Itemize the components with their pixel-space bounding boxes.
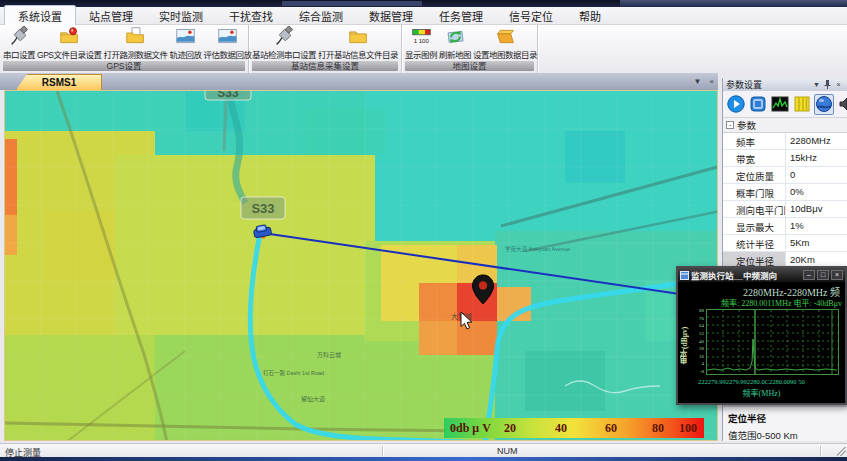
window-icon: [680, 271, 689, 280]
map-folder-icon: [495, 26, 516, 47]
legend-colorbar-icon: 1 100: [411, 26, 432, 47]
param-group-row[interactable]: - 参数: [723, 118, 847, 133]
open-basestation-directory-button[interactable]: 打开基站信息文件目录: [317, 26, 399, 60]
stop-icon: [749, 95, 767, 113]
description-text: 值范围0-500 Km: [728, 428, 842, 442]
track-playback-button[interactable]: 轨迹回放: [168, 26, 202, 60]
map-view-button[interactable]: [814, 94, 834, 115]
parameters-panel-header[interactable]: 参数设置 ▼ ×: [723, 78, 847, 91]
evaluation-photo-icon: [217, 26, 238, 47]
legend-unit-label: 0db μ V: [450, 421, 491, 436]
menu-item-realtime-monitor[interactable]: 实时监测: [146, 6, 216, 26]
speaker-icon: [837, 95, 847, 113]
menu-item-integrated-monitor[interactable]: 综合监测: [286, 6, 356, 26]
param-row-df-level-threshold[interactable]: 测向电平门限10dBμv: [723, 201, 847, 218]
tab-list-dropdown-icon[interactable]: ▼: [691, 76, 704, 88]
y-axis-label: 电平(dBμv): [679, 314, 690, 376]
tab-close-icon[interactable]: ×: [705, 76, 718, 88]
ribbon-group-map: 1 100 显示图例 刷新地图 设置地图数据目录 地图设置: [402, 25, 538, 73]
ribbon-toolbar: 串口设置 GPS文件目录设置 打开路测数据文件 轨迹回放 评估数据回放: [0, 25, 847, 73]
ribbon-group-gps: 串口设置 GPS文件目录设置 打开路测数据文件 轨迹回放 评估数据回放: [0, 25, 249, 73]
panel-dropdown-icon[interactable]: ▼: [811, 81, 822, 88]
parameters-toolbar: [723, 91, 847, 118]
panel-pin-icon[interactable]: [822, 80, 833, 90]
map-view[interactable]: 大学城 万科云城 打石一路 Dashi 1st Road 留仙大道 学苑大道 X…: [4, 90, 718, 441]
app-window: 系统设置 站点管理 实时监测 干扰查找 综合监测 数据管理 任务管理 信号定位 …: [0, 0, 847, 461]
param-row-statistics-radius[interactable]: 统计半径5Km: [723, 235, 847, 252]
minimize-icon[interactable]: –: [803, 270, 815, 280]
param-row-location-quality[interactable]: 定位质量0: [723, 167, 847, 184]
audio-monitor-button[interactable]: [836, 94, 847, 115]
panel-close-icon[interactable]: ×: [833, 81, 844, 88]
x-axis-label: 频率(MHz): [678, 387, 845, 398]
document-tab-strip: RSMS1 ▼ ×: [0, 73, 718, 90]
signal-level-legend: 0db μ V 20 40 60 80 100: [444, 418, 704, 438]
description-title: 定位半径: [728, 411, 842, 425]
map-canvas: 大学城 万科云城 打石一路 Dashi 1st Road 留仙大道 学苑大道 X…: [5, 91, 718, 440]
ribbon-group-basestation: 基站检测串口设置 打开基站信息文件目录 基站信息采集设置: [249, 25, 402, 73]
spectrum-window-title: 监测执行站__中频测向: [691, 269, 801, 281]
svg-text:留仙大道: 留仙大道: [301, 395, 325, 403]
menu-item-system-settings[interactable]: 系统设置: [4, 5, 76, 27]
y-axis-ticks: 887664524028164-8: [690, 308, 704, 374]
param-row-frequency[interactable]: 频率2280MHz: [723, 133, 847, 150]
num-lock-indicator: NUM: [497, 446, 518, 456]
close-icon[interactable]: ×: [831, 270, 843, 280]
folder-icon: [348, 26, 369, 47]
road-badge-s33-top: S33: [205, 91, 251, 100]
param-row-bandwidth[interactable]: 带宽15kHz: [723, 150, 847, 167]
top-edge-highlight-right: [620, 0, 847, 7]
tab-rsms1[interactable]: RSMS1: [16, 74, 102, 90]
param-row-display-max[interactable]: 显示最大1%: [723, 218, 847, 235]
evaluation-playback-button[interactable]: 评估数据回放: [203, 26, 253, 60]
set-map-directory-button[interactable]: 设置地图数据目录: [472, 26, 538, 60]
serial-port-settings-button[interactable]: 串口设置: [2, 26, 36, 60]
spectrum-view-button[interactable]: [770, 94, 790, 115]
svg-text:打石一路 Dashi 1st Road: 打石一路 Dashi 1st Road: [263, 369, 324, 377]
status-bar: 停止测量 NUM: [0, 443, 847, 457]
spectrum-plot: [706, 309, 839, 375]
open-folder-file-icon: [125, 26, 146, 47]
basestation-serial-settings-button[interactable]: 基站检测串口设置: [251, 26, 317, 60]
svg-text:S33: S33: [217, 91, 239, 100]
menu-item-help[interactable]: 帮助: [566, 6, 614, 26]
open-drive-test-file-button[interactable]: 打开路测数据文件: [102, 26, 168, 60]
svg-text:学苑大道 Xueyuan Avenue: 学苑大道 Xueyuan Avenue: [505, 245, 570, 253]
menu-item-task-management[interactable]: 任务管理: [426, 6, 496, 26]
ribbon-group-label-basestation: 基站信息采集设置: [252, 61, 398, 71]
road-badge-s33-mid: S33: [241, 197, 285, 219]
gps-file-directory-button[interactable]: GPS文件目录设置: [36, 26, 102, 60]
ribbon-group-label-gps: GPS设置: [3, 61, 245, 71]
refresh-map-button[interactable]: 刷新地图: [438, 26, 472, 60]
resize-grip[interactable]: [837, 447, 846, 456]
statusbar-separator: [382, 446, 383, 456]
menu-item-data-management[interactable]: 数据管理: [356, 6, 426, 26]
collapse-icon[interactable]: -: [726, 121, 734, 129]
start-measure-button[interactable]: [726, 94, 746, 115]
param-group-label: 参数: [737, 118, 756, 132]
globe-icon: [815, 95, 833, 113]
maximize-icon[interactable]: □: [817, 270, 829, 280]
show-legend-button[interactable]: 1 100 显示图例: [404, 26, 438, 60]
menu-item-site-management[interactable]: 站点管理: [76, 6, 146, 26]
window-bottom-edge: [0, 457, 847, 461]
stop-measure-button[interactable]: [748, 94, 768, 115]
track-photo-icon: [175, 26, 196, 47]
param-row-probability-threshold[interactable]: 概率门限0%: [723, 184, 847, 201]
refresh-icon: [445, 26, 466, 47]
waterfall-view-button[interactable]: [792, 94, 812, 115]
waterfall-icon: [793, 95, 811, 113]
parameter-description: 定位半径 值范围0-500 Km: [723, 405, 847, 441]
serial-cable-icon: [274, 26, 295, 47]
spectrum-window-titlebar[interactable]: 监测执行站__中频测向 – □ ×: [678, 268, 845, 282]
menu-bar: 系统设置 站点管理 实时监测 干扰查找 综合监测 数据管理 任务管理 信号定位 …: [0, 7, 847, 25]
svg-text:1 100: 1 100: [413, 37, 429, 44]
menu-item-interference-search[interactable]: 干扰查找: [216, 6, 286, 26]
ribbon-group-label-map: 地图设置: [405, 61, 534, 71]
menu-item-signal-location[interactable]: 信号定位: [496, 6, 566, 26]
panel-title: 参数设置: [726, 78, 811, 91]
statusbar-separator: [820, 446, 821, 456]
spectrum-icon: [771, 95, 789, 113]
svg-text:S33: S33: [251, 201, 274, 216]
parameters-table: - 参数 频率2280MHz 带宽15kHz 定位质量0 概率门限0% 测向电平…: [723, 118, 847, 286]
